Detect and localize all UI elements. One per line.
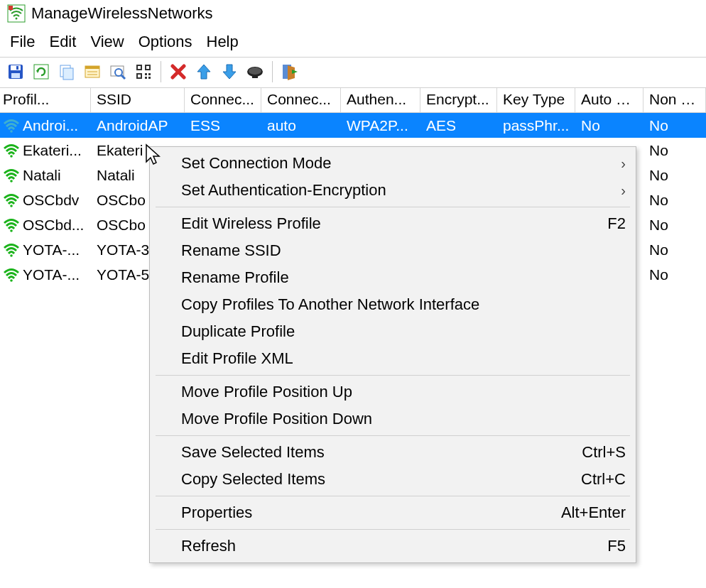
cell-non-broadcast: No [643, 265, 706, 285]
col-profile[interactable]: Profil... [0, 88, 91, 112]
col-authentication[interactable]: Authen... [341, 88, 420, 112]
cell-non-broadcast: No [643, 215, 706, 235]
wifi-icon [3, 243, 20, 257]
svg-rect-22 [146, 66, 149, 69]
ctx-shortcut: Ctrl+S [582, 443, 626, 462]
svg-point-41 [10, 205, 13, 207]
svg-rect-26 [145, 77, 147, 79]
ctx-label: Duplicate Profile [181, 322, 295, 341]
ctx-shortcut: Alt+Enter [561, 503, 626, 522]
svg-point-42 [10, 229, 13, 232]
move-up-icon[interactable] [192, 60, 215, 83]
wifi-icon [3, 268, 20, 282]
ctx-save-selected[interactable]: Save Selected Items Ctrl+S [150, 439, 636, 466]
col-connection-type[interactable]: Connec... [185, 88, 261, 112]
delete-icon[interactable] [167, 60, 190, 83]
wifi-icon [3, 168, 20, 183]
properties-icon[interactable] [81, 60, 104, 83]
ctx-copy-selected[interactable]: Copy Selected Items Ctrl+C [150, 466, 636, 493]
titlebar: ManageWirelessNetworks [0, 0, 706, 26]
col-connection-mode[interactable]: Connec... [261, 88, 341, 112]
menu-help[interactable]: Help [201, 31, 244, 53]
ctx-label: Rename Profile [181, 268, 289, 287]
svg-point-1 [16, 18, 18, 20]
svg-point-40 [10, 180, 13, 183]
refresh-icon[interactable] [30, 60, 53, 83]
svg-rect-10 [63, 68, 73, 80]
cell-non-broadcast: No [643, 141, 706, 160]
svg-point-43 [10, 254, 13, 257]
ctx-set-auth-encryption[interactable]: Set Authentication-Encryption › [150, 177, 636, 204]
svg-marker-30 [197, 65, 210, 79]
svg-rect-21 [138, 66, 141, 69]
svg-rect-6 [16, 66, 18, 70]
svg-point-33 [249, 67, 261, 75]
chevron-right-icon: › [621, 156, 626, 172]
ctx-label: Set Connection Mode [181, 154, 332, 173]
wifi-icon [3, 143, 20, 158]
ctx-label: Move Profile Position Down [181, 410, 372, 428]
svg-rect-27 [148, 77, 151, 79]
interface-icon[interactable] [244, 60, 266, 83]
svg-point-44 [10, 279, 13, 282]
ctx-edit-profile-xml[interactable]: Edit Profile XML [150, 345, 636, 372]
ctx-set-connection-mode[interactable]: Set Connection Mode › [150, 150, 636, 177]
cell-encryption: AES [420, 116, 497, 136]
col-non-broadcast[interactable]: Non B... [643, 88, 706, 112]
ctx-label: Refresh [181, 537, 236, 555]
cell-non-broadcast: No [643, 240, 706, 260]
ctx-properties[interactable]: Properties Alt+Enter [150, 499, 636, 526]
context-menu: Set Connection Mode › Set Authentication… [149, 146, 636, 563]
find-icon[interactable] [107, 60, 129, 83]
qr-icon[interactable] [132, 60, 155, 83]
svg-point-39 [10, 155, 13, 158]
ctx-rename-ssid[interactable]: Rename SSID [150, 237, 636, 264]
ctx-label: Rename SSID [181, 241, 281, 260]
cell-profile: YOTA-... [23, 266, 80, 283]
menu-view[interactable]: View [85, 31, 129, 53]
menubar: File Edit View Options Help [0, 26, 706, 57]
ctx-separator [156, 496, 630, 496]
col-key-type[interactable]: Key Type [497, 88, 575, 112]
ctx-move-up[interactable]: Move Profile Position Up [150, 379, 636, 405]
cell-profile: YOTA-... [23, 241, 80, 258]
svg-marker-31 [223, 65, 236, 79]
ctx-copy-to-interface[interactable]: Copy Profiles To Another Network Interfa… [150, 291, 636, 318]
col-encryption[interactable]: Encrypt... [420, 88, 497, 112]
ctx-refresh[interactable]: Refresh F5 [150, 533, 636, 560]
ctx-edit-wireless-profile[interactable]: Edit Wireless Profile F2 [150, 210, 636, 237]
ctx-label: Edit Profile XML [181, 349, 293, 368]
cell-ssid: AndroidAP [91, 116, 185, 136]
copy-icon[interactable] [55, 60, 78, 83]
menu-edit[interactable]: Edit [43, 31, 82, 53]
ctx-label: Edit Wireless Profile [181, 214, 321, 233]
table-row[interactable]: Androi...AndroidAPESSautoWPA2P...AESpass… [0, 113, 706, 138]
grid-header: Profil... SSID Connec... Connec... Authe… [0, 88, 706, 113]
svg-rect-34 [252, 75, 258, 78]
ctx-separator [156, 529, 630, 530]
exit-icon[interactable] [278, 60, 301, 83]
cell-authentication: WPA2P... [341, 116, 420, 136]
cell-profile: OSCbdv [23, 192, 79, 209]
move-down-icon[interactable] [218, 60, 241, 83]
ctx-rename-profile[interactable]: Rename Profile [150, 264, 636, 291]
ctx-move-down[interactable]: Move Profile Position Down [150, 405, 636, 432]
cell-profile: Androi... [23, 117, 78, 134]
col-auto-switch[interactable]: Auto S... [575, 88, 643, 112]
svg-rect-23 [138, 75, 141, 77]
toolbar [0, 57, 706, 88]
menu-file[interactable]: File [4, 31, 40, 53]
col-ssid[interactable]: SSID [91, 88, 185, 112]
window-title: ManageWirelessNetworks [31, 4, 213, 23]
toolbar-separator [272, 61, 273, 82]
cell-profile: Ekateri... [23, 142, 82, 159]
svg-rect-7 [34, 65, 48, 79]
wifi-icon [3, 119, 20, 133]
ctx-label: Copy Selected Items [181, 470, 325, 489]
cell-non-broadcast: No [643, 190, 706, 210]
ctx-duplicate-profile[interactable]: Duplicate Profile [150, 318, 636, 345]
menu-options[interactable]: Options [133, 31, 198, 53]
cell-key-type: passPhr... [497, 116, 575, 136]
save-icon[interactable] [4, 60, 27, 83]
cell-non-broadcast: No [643, 116, 706, 136]
